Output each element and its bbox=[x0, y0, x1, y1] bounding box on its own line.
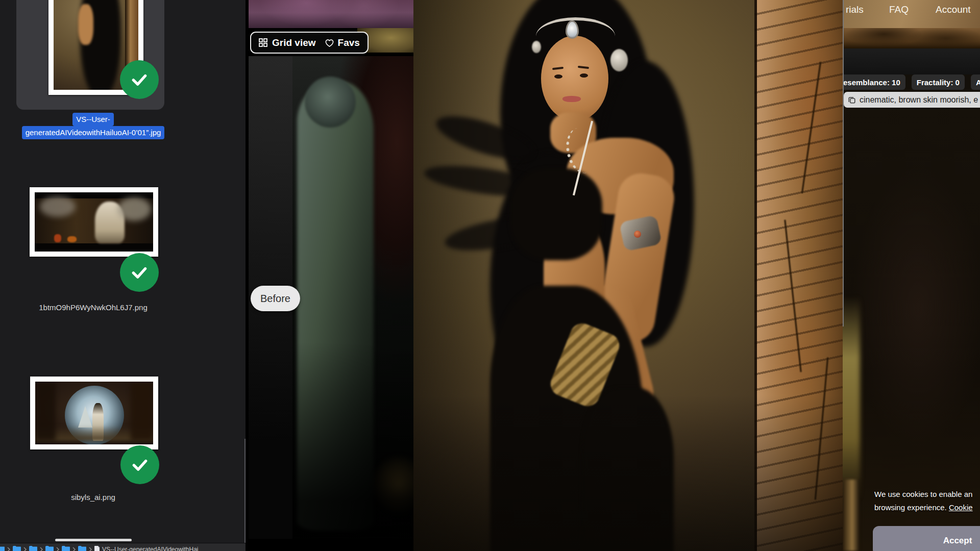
image-viewer-panel: Grid view Favs bbox=[249, 0, 413, 551]
thumb3-shadow-left bbox=[35, 382, 56, 441]
path-separator-icon bbox=[39, 546, 43, 551]
website-panel: rials FAQ Account esemblance: 10 Fractal… bbox=[843, 0, 980, 551]
thumb1-arm bbox=[78, 4, 93, 45]
prompt-field[interactable]: cinematic, brown skin moorish, e bbox=[844, 92, 980, 108]
file-name-1-line1: VS--User- bbox=[72, 113, 114, 126]
nav-account[interactable]: Account bbox=[936, 4, 971, 15]
window-edge bbox=[244, 439, 246, 551]
folder-icon[interactable] bbox=[0, 546, 5, 551]
eyebrow bbox=[578, 66, 589, 69]
param-auto[interactable]: Auto bbox=[971, 74, 980, 90]
ghost-hood bbox=[305, 77, 356, 128]
leather-top bbox=[510, 168, 602, 260]
before-toggle-button[interactable]: Before bbox=[251, 286, 300, 311]
bottom-shadow bbox=[413, 367, 843, 551]
path-separator-icon bbox=[72, 546, 76, 551]
file-name-2[interactable]: 1btmO9hP6WyNwkOhL6J7.png bbox=[0, 303, 186, 312]
path-separator-icon bbox=[56, 546, 60, 551]
thumb2-smoke-right bbox=[117, 197, 151, 221]
thumb3-shadow-right bbox=[131, 382, 153, 441]
grid-icon bbox=[259, 38, 267, 47]
generation-params: esemblance: 10 Fractality: 0 Auto bbox=[843, 74, 980, 90]
check-icon bbox=[120, 445, 159, 484]
folder-icon[interactable] bbox=[62, 546, 70, 551]
header-artwork bbox=[843, 28, 980, 48]
check-icon bbox=[120, 60, 159, 99]
accept-cookies-button[interactable]: Accept bbox=[873, 526, 980, 551]
thumb3-pyramid bbox=[78, 406, 92, 428]
viewer-top-image bbox=[249, 0, 413, 28]
nav-tutorials[interactable]: rials bbox=[846, 4, 864, 15]
param-resemblance[interactable]: esemblance: 10 bbox=[843, 74, 905, 90]
horizontal-scrollbar[interactable] bbox=[55, 539, 132, 541]
armband-gem bbox=[634, 231, 641, 238]
site-artwork bbox=[843, 108, 980, 551]
thumbnail-3-image bbox=[35, 382, 153, 444]
path-separator-icon bbox=[7, 546, 11, 551]
headpiece-ornament bbox=[610, 49, 628, 71]
drapery bbox=[843, 296, 860, 500]
grid-view-label: Grid view bbox=[272, 37, 316, 48]
file-name-1-line2: generatedAIVideowithHailuoAI-0’01”.jpg bbox=[22, 126, 165, 139]
view-toggle: Grid view Favs bbox=[250, 32, 369, 54]
prompt-text: cinematic, brown skin moorish, e bbox=[860, 95, 978, 105]
path-bar-filename[interactable]: VS--User-generatedAIVideowithHai bbox=[102, 546, 199, 551]
folder-icon[interactable] bbox=[45, 546, 54, 551]
artwork-light-strip bbox=[843, 480, 860, 551]
folder-icon[interactable] bbox=[78, 546, 86, 551]
thumb2-bottle-amber bbox=[67, 236, 77, 242]
accept-label: Accept bbox=[943, 536, 972, 546]
favs-button[interactable]: Favs bbox=[325, 37, 360, 48]
folder-icon[interactable] bbox=[29, 546, 37, 551]
path-separator-icon bbox=[23, 546, 27, 551]
param-fractality[interactable]: Fractality: 0 bbox=[912, 74, 965, 90]
headpiece-ornament bbox=[532, 41, 541, 53]
eye bbox=[554, 74, 562, 79]
copy-icon[interactable] bbox=[848, 96, 856, 104]
before-label: Before bbox=[260, 293, 290, 305]
finder-path-bar: VS--User-generatedAIVideowithHai bbox=[0, 543, 246, 551]
eyebrow bbox=[552, 67, 564, 70]
grid-view-button[interactable]: Grid view bbox=[259, 37, 316, 48]
file-thumbnail-3[interactable] bbox=[30, 377, 158, 449]
window-edge bbox=[843, 0, 844, 327]
thumb2-smoke-left bbox=[40, 196, 76, 217]
file-icon[interactable] bbox=[94, 546, 100, 551]
nav-faq[interactable]: FAQ bbox=[889, 4, 909, 15]
heart-icon bbox=[325, 38, 334, 47]
cookie-message-line2: browsing experience. Cookie bbox=[874, 503, 973, 512]
finder-panel: VS--User- generatedAIVideowithHailuoAI-0… bbox=[0, 0, 246, 551]
eye bbox=[580, 73, 588, 78]
content-gap bbox=[843, 48, 980, 74]
cookie-message-line1: We use cookies to enable an bbox=[874, 490, 972, 498]
favs-label: Favs bbox=[338, 37, 360, 48]
path-separator-icon bbox=[88, 546, 92, 551]
cookie-line2-text: browsing experience. bbox=[874, 503, 949, 512]
main-preview-image bbox=[413, 0, 843, 551]
file-name-1[interactable]: VS--User- generatedAIVideowithHailuoAI-0… bbox=[0, 113, 186, 139]
check-icon bbox=[120, 253, 159, 292]
cookie-policy-link[interactable]: Cookie bbox=[949, 503, 973, 512]
thumb2-bottle-red bbox=[54, 234, 61, 242]
thumbnail-2-image bbox=[35, 192, 153, 252]
file-thumbnail-2[interactable] bbox=[30, 187, 158, 257]
folder-icon[interactable] bbox=[13, 546, 21, 551]
forehead-gem bbox=[566, 20, 579, 39]
file-name-3[interactable]: sibyls_ai.png bbox=[0, 493, 186, 502]
lips bbox=[562, 96, 581, 102]
